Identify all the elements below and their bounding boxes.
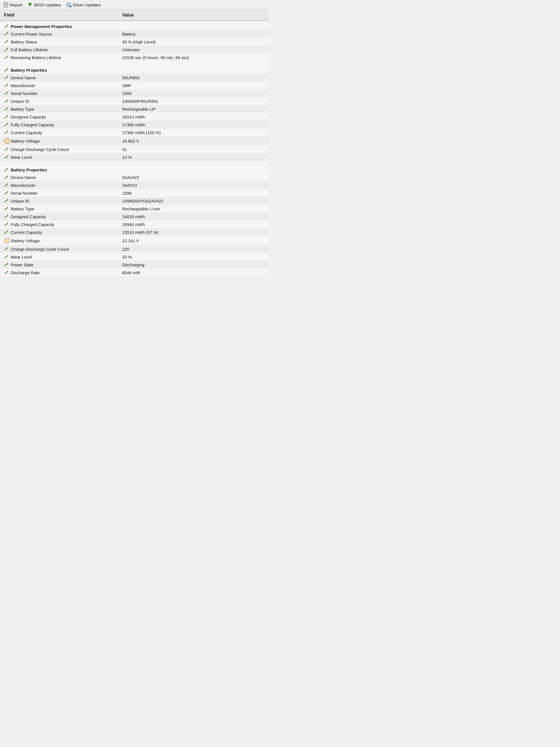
value-cell: 16.802 V bbox=[118, 136, 269, 145]
field-label: Fully Charged Capacity bbox=[11, 222, 54, 227]
field-cell: Unique ID bbox=[0, 197, 118, 205]
bios-arrow-icon bbox=[28, 3, 32, 6]
field-cell: Device Name bbox=[0, 173, 118, 181]
value-label: 27380 mWh (100 %) bbox=[122, 130, 161, 135]
value-cell: 1598SANYO01AV422 bbox=[118, 197, 269, 205]
field-label: Unique ID bbox=[11, 99, 29, 104]
field-cell: Current Capacity bbox=[0, 129, 118, 136]
bios-updates-button[interactable]: BIOS Updates bbox=[28, 2, 61, 7]
driver-updates-button[interactable]: Driver Updates bbox=[66, 2, 101, 7]
value-label: Rechargeable LiP bbox=[122, 107, 155, 111]
info-table: Field Value Power Management Properties … bbox=[0, 10, 269, 277]
field-label: Battery Status bbox=[11, 40, 37, 44]
field-label: Current Power Source bbox=[11, 32, 52, 36]
field-cell: Battery Type bbox=[0, 205, 118, 213]
table-row: Serial Number 2306 bbox=[0, 89, 269, 97]
field-cell: Charge-Discharge Cycle Count bbox=[0, 245, 118, 253]
field-label: Discharge Rate bbox=[11, 270, 39, 275]
field-label: Power State bbox=[11, 262, 34, 267]
field-label: Serial Number bbox=[11, 191, 37, 196]
field-label: Remaining Battery Lifetime bbox=[11, 55, 61, 60]
leaf-icon bbox=[4, 147, 9, 152]
field-cell: Full Battery Lifetime bbox=[0, 46, 118, 53]
leaf-icon bbox=[4, 106, 9, 111]
field-label: Battery Type bbox=[11, 206, 34, 211]
table-row: Serial Number 1598 bbox=[0, 189, 269, 197]
field-label: Full Battery Lifetime bbox=[11, 47, 48, 52]
value-label: 12.141 V bbox=[122, 238, 139, 243]
field-label: Battery Voltage bbox=[11, 238, 40, 243]
field-cell: Designed Capacity bbox=[0, 113, 118, 121]
leaf-icon bbox=[4, 270, 9, 275]
section-spacer bbox=[0, 61, 269, 65]
field-cell: Current Capacity bbox=[0, 228, 118, 236]
section-header-0: Power Management Properties bbox=[0, 21, 269, 30]
table-row: ⚡ Battery Voltage 16.802 V bbox=[0, 136, 269, 145]
table-row: Wear Level 14 % bbox=[0, 153, 269, 161]
value-label: 99 % (High Level) bbox=[122, 40, 155, 44]
field-cell: Designed Capacity bbox=[0, 213, 118, 221]
value-column-header: Value bbox=[118, 10, 269, 21]
table-row: Manufacturer SMP bbox=[0, 81, 269, 89]
leaf-icon bbox=[4, 39, 9, 44]
value-cell: 2306 bbox=[118, 89, 269, 97]
value-label: 16.802 V bbox=[122, 139, 139, 144]
leaf-icon bbox=[4, 114, 9, 119]
value-label: 2306 bbox=[122, 91, 131, 96]
value-label: 2306SMP00UR891 bbox=[122, 99, 158, 104]
value-cell: 24020 mWh bbox=[118, 213, 269, 221]
value-cell: 15510 mWh (97 %) bbox=[118, 228, 269, 236]
table-row: Unique ID 2306SMP00UR891 bbox=[0, 97, 269, 105]
value-cell: 12.141 V bbox=[118, 236, 269, 245]
value-cell: 6046 mW bbox=[118, 268, 269, 277]
leaf-icon bbox=[4, 214, 9, 219]
leaf-icon bbox=[4, 83, 9, 88]
value-label: Battery bbox=[122, 32, 135, 36]
field-cell: Wear Level bbox=[0, 153, 118, 161]
table-row: Fully Charged Capacity 15940 mWh bbox=[0, 221, 269, 228]
value-cell: 21536 sec (5 hours, 58 min, 56 sec) bbox=[118, 53, 269, 61]
table-row: Current Capacity 15510 mWh (97 %) bbox=[0, 228, 269, 236]
field-cell: Manufacturer bbox=[0, 181, 118, 189]
table-row: Power State Discharging bbox=[0, 261, 269, 268]
value-label: 1598 bbox=[122, 191, 131, 196]
section-title: Power Management Properties bbox=[11, 24, 72, 29]
table-row: Current Power Source Battery bbox=[0, 30, 269, 38]
field-cell: Unique ID bbox=[0, 97, 118, 105]
value-cell: 33 % bbox=[118, 253, 269, 261]
battery-icon: ⚡ bbox=[4, 237, 10, 244]
table-row: Device Name 01AV422 bbox=[0, 173, 269, 181]
section-header-1: Battery Properties bbox=[0, 65, 269, 74]
value-label: Rechargeable Li-Ion bbox=[122, 206, 160, 211]
report-icon bbox=[3, 2, 8, 7]
field-label: Wear Level bbox=[11, 255, 32, 259]
field-label: Charge-Discharge Cycle Count bbox=[11, 147, 69, 152]
field-cell: Charge-Discharge Cycle Count bbox=[0, 145, 118, 153]
value-label: 32010 mWh bbox=[122, 114, 145, 119]
table-row: Charge-Discharge Cycle Count 220 bbox=[0, 245, 269, 253]
field-label: Fully Charged Capacity bbox=[11, 122, 54, 127]
value-cell: Battery bbox=[118, 30, 269, 38]
value-label: 15940 mWh bbox=[122, 222, 145, 227]
field-cell: Fully Charged Capacity bbox=[0, 221, 118, 228]
table-row: Battery Status 99 % (High Level) bbox=[0, 38, 269, 46]
value-label: 00UR891 bbox=[122, 75, 140, 80]
leaf-icon bbox=[4, 99, 9, 104]
field-label: Device Name bbox=[11, 75, 36, 80]
leaf-icon bbox=[4, 130, 9, 135]
field-label: Charge-Discharge Cycle Count bbox=[11, 247, 69, 252]
field-cell: Remaining Battery Lifetime bbox=[0, 53, 118, 61]
leaf-icon bbox=[4, 190, 9, 196]
leaf-icon bbox=[4, 247, 9, 252]
table-row: Charge-Discharge Cycle Count 51 bbox=[0, 145, 269, 153]
leaf-icon bbox=[4, 155, 9, 160]
table-row: Manufacturer SANYO bbox=[0, 181, 269, 189]
value-cell: Unknown bbox=[118, 46, 269, 53]
table-row: Discharge Rate 6046 mW bbox=[0, 268, 269, 277]
field-label: Designed Capacity bbox=[11, 114, 46, 119]
table-row: Wear Level 33 % bbox=[0, 253, 269, 261]
field-cell: ⚡ Battery Voltage bbox=[0, 136, 118, 145]
section-leaf-icon bbox=[4, 167, 9, 172]
value-label: 1598SANYO01AV422 bbox=[122, 199, 163, 203]
report-button[interactable]: Report bbox=[3, 2, 22, 7]
